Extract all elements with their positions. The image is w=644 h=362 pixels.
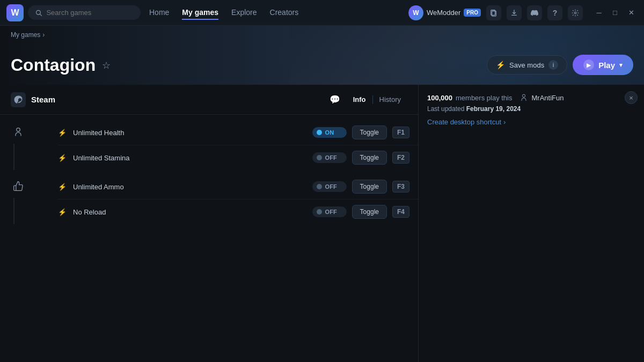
- cheat-bolt-ammo: ⚡: [58, 183, 67, 191]
- settings-icon: [572, 9, 579, 17]
- cheats-list: ⚡ Unlimited Health ON Toggle F1 ⚡ Unlimi…: [0, 115, 418, 362]
- nav-my-games[interactable]: My games: [182, 6, 218, 20]
- key-badge-ammo: F3: [392, 181, 409, 193]
- main-nav: Home My games Explore Creators: [149, 6, 298, 20]
- game-title: Contagion: [11, 55, 96, 75]
- save-mods-button[interactable]: ⚡ Save mods i: [487, 55, 567, 75]
- tab-info[interactable]: Info: [347, 93, 372, 106]
- group-items-2: ⚡ Unlimited Ammo OFF Toggle F3 ⚡ No Relo…: [28, 174, 418, 224]
- titlebar: W Home My games Explore Creators W WeMod…: [0, 0, 644, 26]
- person-icon: [9, 122, 28, 142]
- updated-date: February 19, 2024: [466, 105, 521, 113]
- members-line: 100,000 members play this MrAntiFun: [427, 93, 635, 102]
- play-chevron-icon: ▾: [619, 62, 623, 69]
- close-button[interactable]: ✕: [625, 6, 638, 19]
- group-line-1: [13, 144, 14, 170]
- toggle-button-health[interactable]: Toggle: [352, 125, 387, 139]
- updated-line: Last updated February 19, 2024: [427, 105, 635, 113]
- cheat-row-ammo: ⚡ Unlimited Ammo OFF Toggle F3: [58, 174, 418, 200]
- cheat-bolt-reload: ⚡: [58, 208, 67, 216]
- toggle-reload-label: OFF: [325, 209, 337, 215]
- cheat-name-reload: No Reload: [73, 208, 307, 216]
- help-icon-btn[interactable]: ?: [547, 5, 562, 20]
- cheat-name-ammo: Unlimited Ammo: [73, 183, 307, 191]
- author-name: MrAntiFun: [531, 94, 564, 102]
- save-mods-info-icon[interactable]: i: [548, 60, 558, 70]
- nav-home[interactable]: Home: [149, 6, 169, 20]
- group-icon-col-2: [0, 174, 28, 224]
- toggle-ammo-label: OFF: [325, 183, 337, 190]
- download-icon-btn[interactable]: [507, 5, 522, 20]
- hero-area: My games › Contagion ☆ ⚡ Save mods i ▶ P…: [0, 26, 644, 85]
- titlebar-right: W WeModder PRO ?: [408, 5, 638, 20]
- cheat-row-health: ⚡ Unlimited Health ON Toggle F1: [58, 120, 418, 145]
- favorite-star-icon[interactable]: ☆: [102, 60, 111, 71]
- info-history-tabs: Info History: [347, 93, 407, 106]
- search-icon: [35, 9, 42, 17]
- members-text: members play this: [456, 94, 512, 102]
- breadcrumb-separator: ›: [42, 31, 45, 39]
- platform-header: Steam 💬 Info History: [0, 85, 418, 115]
- cheat-group-health: ⚡ Unlimited Health ON Toggle F1 ⚡ Unlimi…: [0, 120, 418, 170]
- save-mods-label: Save mods: [509, 61, 544, 69]
- cheat-name-stamina: Unlimited Stamina: [73, 154, 307, 162]
- cheat-row-stamina: ⚡ Unlimited Stamina OFF Toggle F2: [58, 145, 418, 170]
- search-input[interactable]: [46, 9, 133, 17]
- breadcrumb-parent[interactable]: My games: [11, 31, 40, 39]
- toggle-ammo[interactable]: OFF: [312, 181, 347, 192]
- game-title-area: Contagion ☆: [11, 55, 111, 75]
- members-icon: [519, 93, 528, 102]
- cheat-name-health: Unlimited Health: [73, 129, 307, 137]
- svg-point-6: [523, 94, 525, 97]
- cheat-group-ammo: ⚡ Unlimited Ammo OFF Toggle F3 ⚡ No Relo…: [0, 174, 418, 224]
- toggle-dot-health: [317, 130, 322, 135]
- play-label: Play: [598, 61, 615, 70]
- help-icon: ?: [553, 9, 558, 17]
- toggle-stamina-label: OFF: [325, 154, 337, 161]
- create-shortcut-link[interactable]: Create desktop shortcut ›: [427, 118, 635, 126]
- right-panel: × 100,000 members play this MrAntiFun La…: [419, 85, 644, 362]
- toggle-dot-reload: [317, 209, 322, 215]
- search-bar[interactable]: [28, 5, 141, 20]
- thumbsup-icon: [9, 176, 28, 196]
- toggle-button-ammo[interactable]: Toggle: [352, 180, 387, 194]
- discord-icon: [531, 9, 538, 17]
- user-badge[interactable]: W WeModder PRO: [408, 5, 481, 20]
- group-icon-col-1: [0, 120, 28, 170]
- toggle-health-label: ON: [325, 129, 334, 136]
- username: WeModder: [427, 9, 460, 17]
- toggle-button-reload[interactable]: Toggle: [352, 205, 387, 219]
- updated-label: Last updated: [427, 105, 464, 113]
- group-spacer: [0, 170, 418, 174]
- group-items-1: ⚡ Unlimited Health ON Toggle F1 ⚡ Unlimi…: [28, 120, 418, 170]
- steam-icon: [11, 92, 26, 107]
- left-panel: Steam 💬 Info History: [0, 85, 419, 362]
- nav-explore[interactable]: Explore: [231, 6, 257, 20]
- platform-left: Steam: [11, 92, 55, 107]
- discord-icon-btn[interactable]: [527, 5, 542, 20]
- group-line-2: [13, 198, 14, 224]
- save-mods-bolt-icon: ⚡: [496, 61, 505, 69]
- cheat-bolt-stamina: ⚡: [58, 154, 67, 162]
- key-badge-health: F1: [392, 127, 409, 138]
- svg-point-5: [17, 128, 20, 132]
- nav-creators[interactable]: Creators: [270, 6, 299, 20]
- shortcut-arrow-icon: ›: [503, 118, 506, 126]
- window-controls: ─ □ ✕: [592, 6, 638, 19]
- tab-history[interactable]: History: [373, 93, 407, 106]
- close-info-panel-button[interactable]: ×: [625, 91, 638, 104]
- chat-icon[interactable]: 💬: [330, 94, 340, 105]
- copy-icon-btn[interactable]: [486, 5, 501, 20]
- platform-name: Steam: [31, 95, 55, 104]
- play-button[interactable]: ▶ Play ▾: [573, 55, 633, 75]
- toggle-dot-ammo: [317, 184, 322, 189]
- settings-icon-btn[interactable]: [568, 5, 583, 20]
- toggle-reload[interactable]: OFF: [312, 206, 347, 217]
- maximize-button[interactable]: □: [609, 6, 621, 19]
- minimize-button[interactable]: ─: [592, 6, 605, 19]
- shortcut-label: Create desktop shortcut: [427, 118, 501, 126]
- toggle-health[interactable]: ON: [312, 127, 347, 138]
- cheat-row-reload: ⚡ No Reload OFF Toggle F4: [58, 200, 418, 224]
- toggle-button-stamina[interactable]: Toggle: [352, 151, 387, 165]
- toggle-stamina[interactable]: OFF: [312, 152, 347, 163]
